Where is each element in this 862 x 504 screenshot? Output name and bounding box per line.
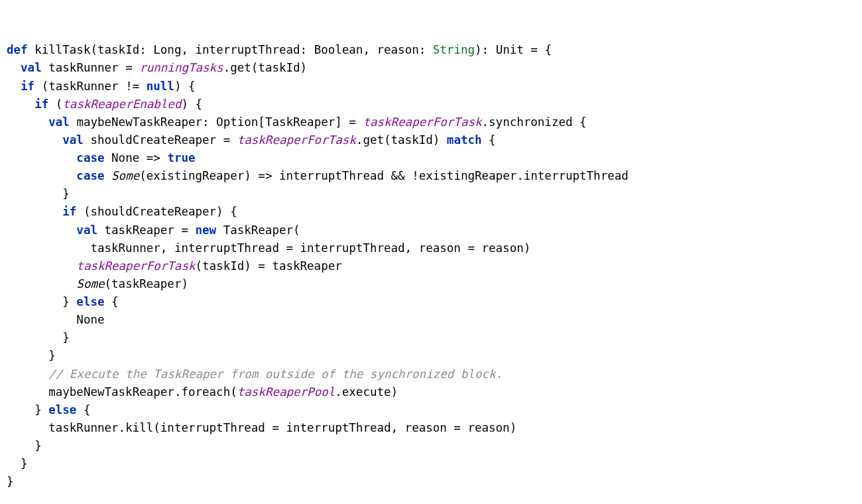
param-interruptThread: interruptThread xyxy=(196,43,300,56)
ref-shouldCreateReaper: shouldCreateReaper xyxy=(90,205,216,218)
local-shouldCreateReaper: shouldCreateReaper xyxy=(90,133,216,147)
m-foreach: foreach xyxy=(181,385,230,399)
ctor-taskreaper: TaskReaper xyxy=(223,223,293,237)
arg-interruptThread: interruptThread xyxy=(300,241,405,255)
pattern-none: None xyxy=(111,151,139,164)
kw-true: true xyxy=(167,151,195,164)
kw-else: else xyxy=(76,295,104,308)
arg-taskId: taskId xyxy=(391,133,433,147)
type-taskreaper: TaskReaper xyxy=(265,115,335,129)
kw-val: val xyxy=(76,223,97,237)
code-block: def killTask(taskId: Long, interruptThre… xyxy=(7,41,855,491)
arg-taskId: taskId xyxy=(258,61,300,74)
ref-interruptThread: interruptThread xyxy=(279,169,384,182)
named-reason: reason xyxy=(419,241,461,255)
kw-if: if xyxy=(62,205,76,218)
m-get: get xyxy=(230,61,251,74)
local-taskRunner: taskRunner xyxy=(48,61,118,74)
m-execute: execute xyxy=(342,385,391,399)
type-boolean: Boolean xyxy=(314,43,363,56)
m-interruptThread: interruptThread xyxy=(524,169,629,182)
fn-name: killTask xyxy=(34,43,90,56)
pattern-some: Some xyxy=(111,169,139,182)
kw-match: match xyxy=(447,133,482,147)
param-taskId: taskId xyxy=(97,43,139,56)
field-taskReaperForTask: taskReaperForTask xyxy=(76,259,195,273)
named-interruptThread: interruptThread xyxy=(160,421,265,434)
kw-val: val xyxy=(48,115,70,129)
type-unit: Unit xyxy=(496,43,524,56)
kw-else: else xyxy=(48,403,76,416)
kw-if: if xyxy=(34,97,48,111)
field-taskReaperForTask: taskReaperForTask xyxy=(237,133,356,147)
arg-taskRunner: taskRunner xyxy=(90,241,160,255)
pattern-existingReaper: existingReaper xyxy=(147,169,245,182)
arg-taskId: taskId xyxy=(202,259,244,273)
comment: // Execute the TaskReaper from outside o… xyxy=(48,367,503,381)
arg-reason: reason xyxy=(481,241,523,255)
field-taskReaperPool: taskReaperPool xyxy=(237,385,336,399)
kw-case: case xyxy=(76,169,104,182)
type-long: Long xyxy=(153,43,181,56)
ref-taskRunner: taskRunner xyxy=(48,421,118,434)
m-kill: kill xyxy=(125,421,153,434)
field-taskReaperEnabled: taskReaperEnabled xyxy=(62,97,181,111)
ref-taskRunner: taskRunner xyxy=(48,80,118,93)
arg-interruptThread: interruptThread xyxy=(286,421,391,434)
param-reason: reason xyxy=(377,43,419,56)
m-get: get xyxy=(363,133,384,147)
kw-null: null xyxy=(147,80,174,93)
kw-case: case xyxy=(76,151,104,164)
arg-reason: reason xyxy=(467,421,509,434)
kw-def: def xyxy=(7,43,28,56)
field-taskReaperForTask: taskReaperForTask xyxy=(363,115,481,129)
named-reason: reason xyxy=(405,421,447,434)
local-taskReaper: taskReaper xyxy=(105,223,174,237)
type-string: String xyxy=(433,43,475,56)
m-synchronized: synchronized xyxy=(489,115,572,129)
arg-taskReaper: taskReaper xyxy=(111,277,181,290)
ref-taskReaper: taskReaper xyxy=(272,259,341,273)
ref-existingReaper: existingReaper xyxy=(419,169,517,182)
expr-none: None xyxy=(76,313,104,326)
ref-maybeNewTaskReaper: maybeNewTaskReaper xyxy=(48,385,174,399)
kw-val: val xyxy=(21,61,42,74)
kw-val: val xyxy=(62,133,84,147)
field-runningTasks: runningTasks xyxy=(139,61,223,74)
type-option: Option xyxy=(216,115,258,129)
local-maybeNewTaskReaper: maybeNewTaskReaper xyxy=(76,115,202,129)
kw-new: new xyxy=(195,223,216,237)
expr-some: Some xyxy=(76,277,104,290)
kw-if: if xyxy=(21,80,34,93)
named-interruptThread: interruptThread xyxy=(174,241,279,255)
